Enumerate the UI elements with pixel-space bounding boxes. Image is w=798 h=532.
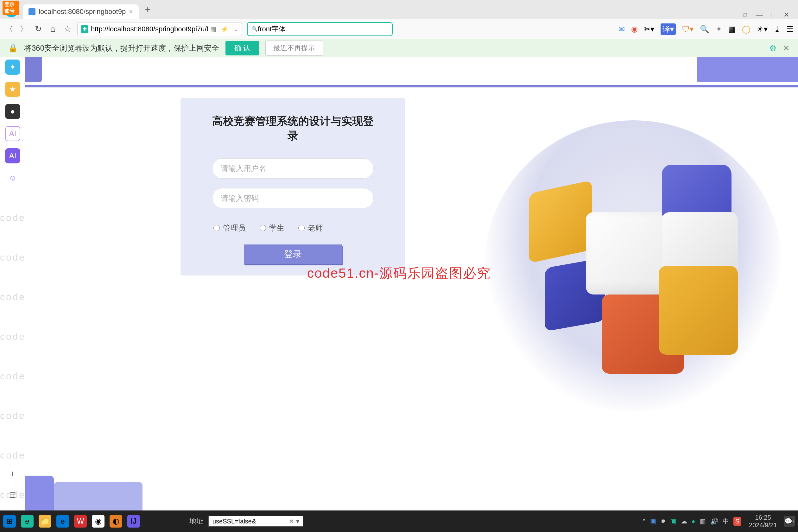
taskbar-ide-icon[interactable]: IJ xyxy=(127,515,140,528)
grid-icon[interactable]: ▦ xyxy=(728,25,736,34)
gear-icon[interactable]: ⚙ xyxy=(769,43,777,53)
role-radio-group: 管理员 学生 老师 xyxy=(212,218,374,245)
menu-icon[interactable]: ☰ xyxy=(786,25,794,34)
sidebar-item-3[interactable]: ● xyxy=(5,104,20,119)
tab-title: localhost:8080/springboot9p xyxy=(39,7,126,16)
decorative-strip xyxy=(25,57,798,82)
tray-volume-icon[interactable]: 🔊 xyxy=(710,517,718,525)
taskbar-chrome-icon[interactable]: ◉ xyxy=(92,515,104,528)
sidebar-item-5[interactable]: AI xyxy=(5,148,20,164)
tray-up-icon[interactable]: ^ xyxy=(643,518,645,525)
toolbar-icons: ✉ ◉ ✂▾ 译▾ 🛡▾ 🔍 ✦ ▦ ◯ ☀▾ ⤓ ☰ xyxy=(619,23,794,35)
role-student[interactable]: 学生 xyxy=(260,223,284,233)
decorative-bottom xyxy=(25,476,184,511)
taskbar-address-label: 地址 xyxy=(189,516,203,526)
role-teacher[interactable]: 老师 xyxy=(298,223,323,233)
sidebar-item-4[interactable]: AI xyxy=(5,126,20,141)
dropdown-icon[interactable]: ⌄ xyxy=(233,25,239,33)
url-input[interactable] xyxy=(91,25,208,33)
login-submit-button[interactable]: 登录 xyxy=(244,245,342,264)
dismiss-button[interactable]: 最近不再提示 xyxy=(265,40,323,56)
page-content: 高校竞赛管理系统的设计与实现登录 管理员 学生 老师 登录 xyxy=(25,57,798,511)
tray-icon-1[interactable]: ▣ xyxy=(650,517,656,525)
close-notification-icon[interactable]: ✕ xyxy=(783,43,790,53)
login-title: 高校竞赛管理系统的设计与实现登录 xyxy=(212,114,374,143)
sidebar-item-1[interactable]: ✦ xyxy=(5,59,20,75)
theme-icon[interactable]: ☀▾ xyxy=(757,25,767,34)
tray-clock[interactable]: 16:25 2024/9/21 xyxy=(749,514,777,529)
window-controls: ⧉ — □ ✕ xyxy=(743,11,798,19)
tray-ime[interactable]: 中 xyxy=(723,517,729,526)
search-input[interactable] xyxy=(258,25,388,33)
username-input[interactable] xyxy=(212,158,374,178)
tray-notification-icon[interactable]: 💬7 xyxy=(784,516,795,527)
login-badge[interactable]: 登录账号 xyxy=(2,1,19,15)
download-icon[interactable]: ⤓ xyxy=(774,25,780,34)
tray-icon-5[interactable]: ● xyxy=(691,518,696,525)
confirm-button[interactable]: 确 认 xyxy=(226,41,259,55)
favorite-button[interactable]: ☆ xyxy=(63,24,72,34)
sidebar-add-button[interactable]: + xyxy=(5,469,20,479)
decorative-bar xyxy=(25,85,798,88)
home-button[interactable]: ⌂ xyxy=(48,24,58,34)
mail-icon[interactable]: ✉ xyxy=(619,25,625,34)
search-icon: 🔍 xyxy=(251,26,258,32)
tray-icon-4[interactable]: ☁ xyxy=(681,517,687,525)
profile-icon[interactable]: ◯ xyxy=(742,25,750,34)
flash-icon[interactable]: ⚡ xyxy=(221,25,229,33)
new-tab-button[interactable]: + xyxy=(139,0,156,19)
system-tray: ^ ▣ ✹ ▣ ☁ ● ▥ 🔊 中 S 16:25 2024/9/21 💬7 xyxy=(643,514,795,529)
shield-icon[interactable]: 🛡▾ xyxy=(682,25,694,34)
sidebar-item-2[interactable]: ★ xyxy=(5,82,20,97)
search-box[interactable]: 🔍 xyxy=(247,22,393,36)
back-button[interactable]: 〈 xyxy=(4,23,14,35)
tab-favicon xyxy=(28,8,36,15)
browser-logo[interactable]: e 登录账号 xyxy=(4,2,19,17)
tab-close-icon[interactable]: × xyxy=(129,7,133,16)
login-card: 高校竞赛管理系统的设计与实现登录 管理员 学生 老师 登录 xyxy=(180,98,405,276)
left-sidebar: ✦ ★ ● AI AI ☺ + ☰ xyxy=(0,57,25,186)
extension-icon[interactable]: ✦ xyxy=(716,25,722,34)
browser-chrome: e 登录账号 localhost:8080/springboot9p × + ⧉… xyxy=(0,0,798,57)
tray-icon-6[interactable]: ▥ xyxy=(700,517,706,525)
lock-icon: 🔒 xyxy=(8,44,18,53)
url-input-box[interactable]: ✚ ▦ ⚡ ⌄ xyxy=(77,22,242,36)
qr-icon[interactable]: ▦ xyxy=(210,25,216,33)
tray-sogou-icon[interactable]: S xyxy=(734,517,741,526)
browser-tab[interactable]: localhost:8080/springboot9p × xyxy=(23,4,139,19)
weibo-icon[interactable]: ◉ xyxy=(631,25,638,34)
sidebar-item-6[interactable]: ☺ xyxy=(5,170,20,186)
taskbar-explorer-icon[interactable]: 📁 xyxy=(39,515,51,528)
forward-button[interactable]: 〉 xyxy=(19,23,28,35)
hero-illustration xyxy=(510,146,757,386)
windows-taskbar: ⊞ e 📁 e W ◉ ◐ IJ 地址 useSSL=false&✕ ▾ ^ ▣… xyxy=(0,511,798,532)
close-window-icon[interactable]: ✕ xyxy=(783,11,789,19)
notification-bar: 🔒 将360安全浏览器设为默认，提升打开速度，保护上网安全 确 认 最近不再提示… xyxy=(0,39,798,57)
taskbar-wps-icon[interactable]: W xyxy=(74,515,87,528)
search-toolbar-icon[interactable]: 🔍 xyxy=(700,25,709,34)
tab-strip: e 登录账号 localhost:8080/springboot9p × + ⧉… xyxy=(0,0,798,19)
password-input[interactable] xyxy=(212,188,374,208)
tray-icon-3[interactable]: ▣ xyxy=(670,517,677,525)
maximize-icon[interactable]: □ xyxy=(771,11,775,19)
start-button[interactable]: ⊞ xyxy=(3,515,16,528)
taskbar-app-icon[interactable]: ◐ xyxy=(110,515,122,528)
translate-icon[interactable]: 译▾ xyxy=(661,23,676,35)
notification-text: 将360安全浏览器设为默认，提升打开速度，保护上网安全 xyxy=(24,43,219,53)
watermark-red: code51.cn-源码乐园盗图必究 xyxy=(307,264,491,282)
taskbar-browser-icon[interactable]: e xyxy=(21,515,34,528)
security-shield-icon: ✚ xyxy=(81,25,88,33)
minimize-icon[interactable]: — xyxy=(756,11,763,19)
taskbar-edge-icon[interactable]: e xyxy=(56,515,69,528)
pin-icon[interactable]: ⧉ xyxy=(743,11,748,19)
scissors-icon[interactable]: ✂▾ xyxy=(644,25,654,34)
role-admin[interactable]: 管理员 xyxy=(213,223,246,233)
reload-button[interactable]: ↻ xyxy=(34,24,43,34)
address-bar: 〈 〉 ↻ ⌂ ☆ ✚ ▦ ⚡ ⌄ 🔍 ✉ ◉ ✂▾ 译▾ 🛡▾ 🔍 ✦ ▦ xyxy=(0,19,798,39)
taskbar-address-input[interactable]: useSSL=false&✕ ▾ xyxy=(208,516,303,527)
tray-icon-2[interactable]: ✹ xyxy=(661,517,666,525)
sidebar-list-button[interactable]: ☰ xyxy=(5,491,20,500)
